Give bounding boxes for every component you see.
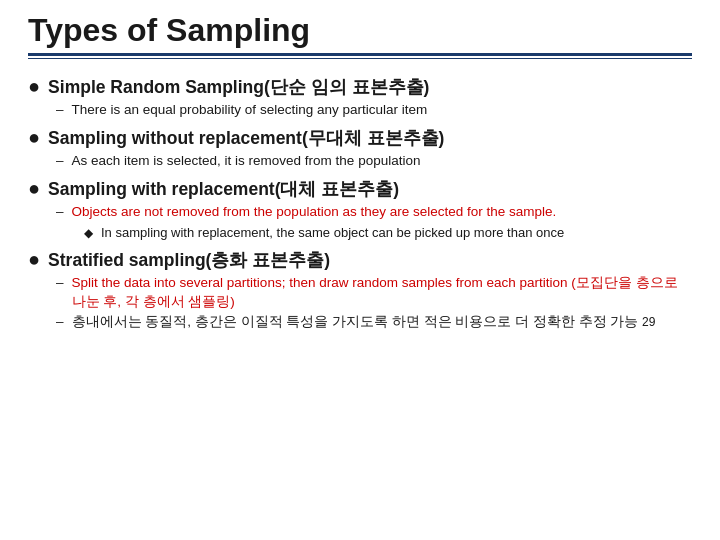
diamond-icon-1: ◆: [84, 225, 93, 242]
section-title-without-replacement: ● Sampling without replacement(무대체 표본추출): [28, 126, 692, 150]
section-title-simple-random: ● Simple Random Sampling(단순 임의 표본추출): [28, 75, 692, 99]
page: Types of Sampling ● Simple Random Sampli…: [0, 0, 720, 540]
section-stratified: ● Stratified sampling(층화 표본추출) – Split t…: [28, 248, 692, 332]
title-stratified: Stratified sampling(층화 표본추출): [48, 248, 330, 272]
divider-bottom: [28, 58, 692, 60]
dash-5: –: [56, 313, 64, 332]
dash-2: –: [56, 152, 64, 171]
bullet-4: ●: [28, 249, 40, 269]
section-simple-random: ● Simple Random Sampling(단순 임의 표본추출) – T…: [28, 75, 692, 120]
bullet-1: ●: [28, 76, 40, 96]
title-with-replacement: Sampling with replacement(대체 표본추출): [48, 177, 399, 201]
text-stratified-1: Split the data into several partitions; …: [72, 274, 692, 312]
sub-item-simple-random-1: – There is an equal probability of selec…: [56, 101, 692, 120]
text-with-replacement-sub: In sampling with replacement, the same o…: [101, 224, 564, 242]
dash-4: –: [56, 274, 64, 293]
sub-item-with-replacement-1: – Objects are not removed from the popul…: [56, 203, 692, 222]
sub-item-without-replacement-1: – As each item is selected, it is remove…: [56, 152, 692, 171]
dash-3: –: [56, 203, 64, 222]
section-without-replacement: ● Sampling without replacement(무대체 표본추출)…: [28, 126, 692, 171]
sub-item-stratified-2: – 층내에서는 동질적, 층간은 이질적 특성을 가지도록 하면 적은 비용으로…: [56, 313, 692, 332]
dash-1: –: [56, 101, 64, 120]
header: Types of Sampling: [28, 0, 692, 75]
section-with-replacement: ● Sampling with replacement(대체 표본추출) – O…: [28, 177, 692, 242]
bullet-2: ●: [28, 127, 40, 147]
section-title-stratified: ● Stratified sampling(층화 표본추출): [28, 248, 692, 272]
content-area: ● Simple Random Sampling(단순 임의 표본추출) – T…: [28, 75, 692, 524]
page-number: 29: [642, 315, 655, 329]
section-title-with-replacement: ● Sampling with replacement(대체 표본추출): [28, 177, 692, 201]
title-without-replacement: Sampling without replacement(무대체 표본추출): [48, 126, 444, 150]
bullet-3: ●: [28, 178, 40, 198]
sub-item-stratified-1: – Split the data into several partitions…: [56, 274, 692, 312]
text-simple-random-1: There is an equal probability of selecti…: [72, 101, 428, 120]
title-simple-random: Simple Random Sampling(단순 임의 표본추출): [48, 75, 429, 99]
divider-top: [28, 53, 692, 56]
text-without-replacement-1: As each item is selected, it is removed …: [72, 152, 421, 171]
page-title: Types of Sampling: [28, 12, 692, 49]
sub-sub-item-with-replacement: ◆ In sampling with replacement, the same…: [84, 224, 692, 242]
text-with-replacement-1: Objects are not removed from the populat…: [72, 203, 557, 222]
text-stratified-2: 층내에서는 동질적, 층간은 이질적 특성을 가지도록 하면 적은 비용으로 더…: [72, 313, 656, 332]
